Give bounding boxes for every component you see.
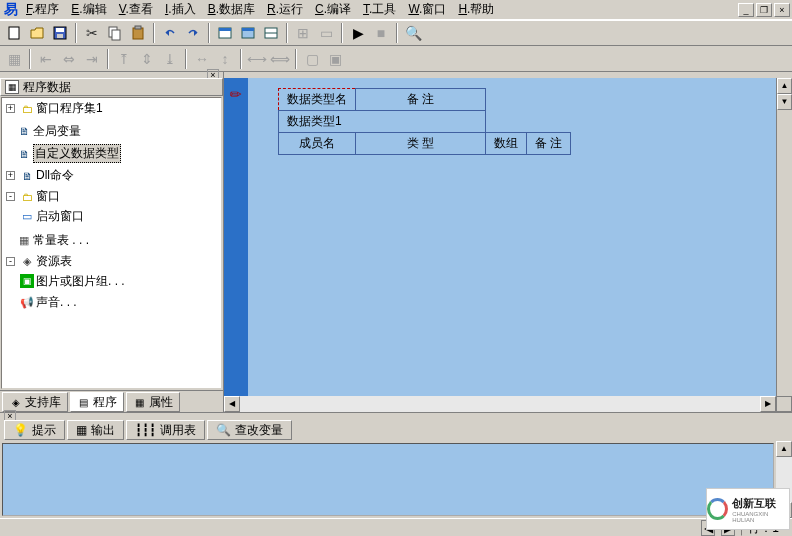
tree-item[interactable]: 常量表 . . .: [33, 232, 89, 249]
tree-item[interactable]: 图片或图片组. . .: [36, 273, 125, 290]
redo-button[interactable]: [182, 22, 204, 44]
tree-item[interactable]: 窗口程序集1: [36, 100, 103, 117]
window2-button[interactable]: [237, 22, 259, 44]
vertical-scrollbar[interactable]: ▲ ▼: [776, 78, 792, 396]
align-top-icon[interactable]: ⤒: [113, 48, 135, 70]
separator: [208, 23, 210, 43]
bottom-panel: × 💡提示 ▦输出 ┇┇┇调用表 🔍查改变量 ▲ ▼: [0, 412, 792, 518]
cut-button[interactable]: ✂: [81, 22, 103, 44]
col-array[interactable]: 数组: [486, 133, 527, 155]
col-remark2[interactable]: 备 注: [527, 133, 571, 155]
scroll-left-arrow[interactable]: ◀: [224, 396, 240, 412]
col-type[interactable]: 类 型: [356, 133, 486, 155]
scroll-up-arrow[interactable]: ▲: [777, 78, 792, 94]
scroll-right-arrow[interactable]: ▶: [760, 396, 776, 412]
center-v-icon[interactable]: ▣: [324, 48, 346, 70]
tree-item[interactable]: 资源表: [36, 253, 72, 270]
grid-button[interactable]: ▦: [3, 48, 25, 70]
menu-tools[interactable]: T.工具: [357, 0, 402, 20]
minimize-button[interactable]: _: [738, 3, 754, 17]
align-bottom-icon[interactable]: ⤓: [159, 48, 181, 70]
tree-item[interactable]: Dll命令: [36, 167, 74, 184]
tree-header-label: 程序数据: [23, 79, 71, 96]
collapse-toggle[interactable]: -: [6, 257, 15, 266]
find-button[interactable]: 🔍: [402, 22, 424, 44]
menu-window[interactable]: W.窗口: [402, 0, 452, 20]
run-button[interactable]: ▶: [347, 22, 369, 44]
align-left-icon[interactable]: ⇤: [35, 48, 57, 70]
tab-properties[interactable]: ▦属性: [126, 392, 180, 412]
menu-edit[interactable]: E.编辑: [65, 0, 112, 20]
horizontal-scrollbar[interactable]: ◀ ▶: [224, 396, 792, 412]
window3-button[interactable]: [260, 22, 282, 44]
col-member-name[interactable]: 成员名: [279, 133, 356, 155]
menu-view[interactable]: V.查看: [113, 0, 159, 20]
separator: [75, 23, 77, 43]
collapse-toggle[interactable]: -: [6, 192, 15, 201]
panel-tabs: ◈支持库 ▤程序 ▦属性: [0, 390, 223, 412]
datatype-row1[interactable]: 数据类型1: [279, 111, 486, 133]
editor-gutter: ✎: [224, 78, 248, 396]
window1-button[interactable]: [214, 22, 236, 44]
folder-icon: 🗀: [20, 190, 34, 204]
menu-insert[interactable]: I.插入: [159, 0, 202, 20]
align-right-icon[interactable]: ⇥: [81, 48, 103, 70]
expand-toggle[interactable]: +: [6, 171, 15, 180]
menu-help[interactable]: H.帮助: [452, 0, 500, 20]
col-remark[interactable]: 备 注: [356, 89, 486, 111]
menu-database[interactable]: B.数据库: [202, 0, 261, 20]
close-button[interactable]: ×: [774, 3, 790, 17]
restore-button[interactable]: ❐: [756, 3, 772, 17]
list-icon: ┇┇┇: [135, 423, 156, 437]
statusbar: ◀ ▶ 行：1: [0, 518, 792, 536]
col-datatype-name[interactable]: 数据类型名: [279, 89, 356, 111]
align-button[interactable]: ⊞: [292, 22, 314, 44]
tab-program[interactable]: ▤程序: [70, 392, 124, 412]
center-h-icon[interactable]: ▢: [301, 48, 323, 70]
pause-button[interactable]: ■: [370, 22, 392, 44]
tree-item[interactable]: 窗口: [36, 188, 60, 205]
dist-h-icon[interactable]: ↔: [191, 48, 213, 70]
diamond-icon: ◈: [9, 396, 22, 409]
svg-rect-5: [112, 30, 120, 40]
tab-watch[interactable]: 🔍查改变量: [207, 420, 292, 440]
tree-item-selected[interactable]: 自定义数据类型: [33, 144, 121, 163]
scroll-up-arrow[interactable]: ▲: [776, 441, 792, 457]
watermark-ring-icon: [707, 498, 728, 520]
align-center-icon[interactable]: ⇔: [58, 48, 80, 70]
save-button[interactable]: [49, 22, 71, 44]
folder-icon: 🗀: [20, 102, 34, 116]
copy-button[interactable]: [104, 22, 126, 44]
svg-rect-6: [133, 28, 143, 39]
size-w-icon[interactable]: ⟷: [246, 48, 268, 70]
project-tree[interactable]: +🗀窗口程序集1 🗎全局变量 🗎自定义数据类型 +🗎Dll命令 -🗀窗口 ▭启动…: [1, 97, 222, 389]
toolbar-main: ✂ ⊞ ▭ ▶ ■ 🔍: [0, 20, 792, 46]
tab-hint[interactable]: 💡提示: [4, 420, 65, 440]
doc-icon: 🗎: [17, 147, 31, 161]
menu-run[interactable]: R.运行: [261, 0, 309, 20]
tree-item[interactable]: 声音. . .: [36, 294, 77, 311]
menu-compile[interactable]: C.编译: [309, 0, 357, 20]
separator: [107, 49, 109, 69]
separator: [295, 49, 297, 69]
tab-output[interactable]: ▦输出: [67, 420, 124, 440]
layout-button[interactable]: ▭: [315, 22, 337, 44]
new-button[interactable]: [3, 22, 25, 44]
scroll-down-arrow[interactable]: ▼: [777, 94, 792, 110]
tab-support-lib[interactable]: ◈支持库: [2, 392, 68, 412]
editor-content[interactable]: 数据类型名 备 注 数据类型1 成员名 类 型 数组 备 注: [248, 78, 776, 396]
tree-item[interactable]: 全局变量: [33, 123, 81, 140]
datatype-table[interactable]: 数据类型名 备 注 数据类型1 成员名 类 型 数组 备 注: [278, 88, 571, 155]
tree-item[interactable]: 启动窗口: [36, 208, 84, 225]
grid-icon: ▦: [133, 396, 146, 409]
output-area[interactable]: [2, 443, 774, 516]
tab-calltable[interactable]: ┇┇┇调用表: [126, 420, 205, 440]
paste-button[interactable]: [127, 22, 149, 44]
dist-v-icon[interactable]: ↕: [214, 48, 236, 70]
align-middle-icon[interactable]: ⇕: [136, 48, 158, 70]
size-h-icon[interactable]: ⟺: [269, 48, 291, 70]
undo-button[interactable]: [159, 22, 181, 44]
menu-program[interactable]: F.程序: [20, 0, 65, 20]
expand-toggle[interactable]: +: [6, 104, 15, 113]
open-button[interactable]: [26, 22, 48, 44]
